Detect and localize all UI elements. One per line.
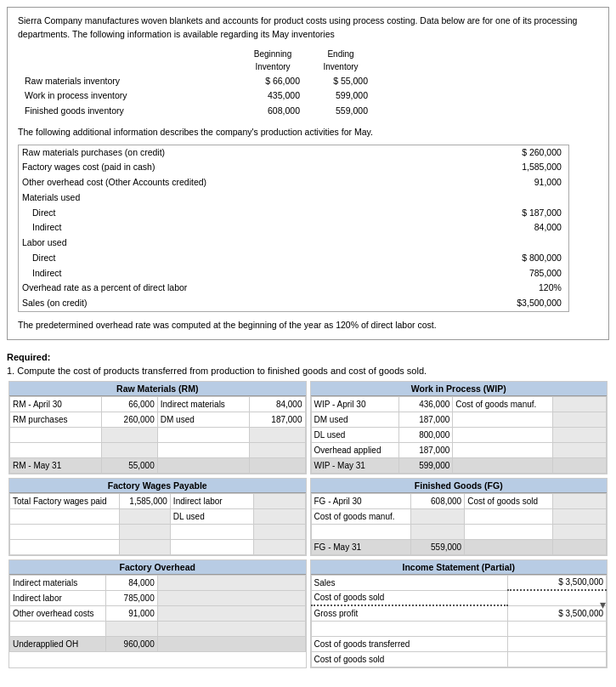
fo-row-3-label: Other overhead costs <box>10 605 106 621</box>
wip-dr-4-label: Overhead applied <box>311 442 399 457</box>
additional-info-label: The following additional information des… <box>18 126 598 139</box>
fg-cr-4-num <box>552 539 606 554</box>
fg-cr-3-label <box>465 524 553 539</box>
fw-dr-1-label: Total Factory wages paid <box>10 493 120 508</box>
wip-dr-2-label: DM used <box>311 412 399 427</box>
fg-cr-2-label <box>465 508 553 524</box>
wip-dr-4-num: 187,000 <box>399 442 453 457</box>
rm-cr-4-label <box>157 442 249 457</box>
is-table: Sales $ 3,500,000 Cost of goods sold ▾ G… <box>311 575 608 667</box>
wip-table: WIP - April 30 436,000 Cost of goods man… <box>311 396 608 474</box>
fw-title: Factory Wages Payable <box>9 479 306 493</box>
rm-cr-2-label: DM used <box>157 412 249 427</box>
is-sales-value: $ 3,500,000 <box>508 575 607 590</box>
required-label: Required: <box>7 352 609 362</box>
fo-row-2-num: 785,000 <box>106 590 158 605</box>
is-empty-1 <box>311 621 508 636</box>
rm-dr-5-num: 55,000 <box>101 457 157 473</box>
fg-dr-2-label: Cost of goods manuf. <box>311 508 410 524</box>
is-title: Income Statement (Partial) <box>311 560 608 575</box>
question-1: 1. Compute the cost of products transfer… <box>7 366 609 376</box>
inventory-table: BeginningInventory EndingInventory Raw m… <box>18 47 375 119</box>
fg-dr-3-num <box>410 524 464 539</box>
rm-cr-2-num: 187,000 <box>249 412 305 427</box>
wip-dr-5-num: 599,000 <box>399 457 453 473</box>
rm-title: Raw Materials (RM) <box>9 382 306 396</box>
fo-row-5-num: 960,000 <box>106 636 158 651</box>
is-gp-label: Gross profit <box>311 605 508 621</box>
fw-dr-3-label <box>10 524 120 539</box>
fg-dr-1-label: FG - April 30 <box>311 493 410 508</box>
fg-cr-3-num <box>552 524 606 539</box>
fw-dr-2-label <box>10 508 120 524</box>
rm-dr-4-num <box>101 442 157 457</box>
fg-dr-4-label: FG - May 31 <box>311 539 410 554</box>
fw-dr-4-label <box>10 539 120 554</box>
inv-row-1-label: Raw materials inventory <box>18 74 239 89</box>
wip-cr-1-label: Cost of goods manuf. <box>453 396 552 412</box>
is-empty-1-val <box>508 621 607 636</box>
rm-cr-4-num <box>249 442 305 457</box>
rm-cr-1-label: Indirect materials <box>157 396 249 412</box>
fw-cr-1-num <box>254 493 305 508</box>
rm-dr-1-num: 66,000 <box>101 396 157 412</box>
additional-table: Raw materials purchases (on credit)$ 260… <box>18 145 569 312</box>
inv-row-2-label: Work in process inventory <box>18 88 239 104</box>
inv-row-2-begin: 435,000 <box>239 88 307 104</box>
fw-dr-1-num: 1,585,000 <box>119 493 170 508</box>
rm-dr-3-num <box>101 427 157 442</box>
is-cogs-value: ▾ <box>508 590 607 605</box>
rm-dr-2-num: 260,000 <box>101 412 157 427</box>
fg-dr-1-num: 608,000 <box>410 493 464 508</box>
is-gp-value: $ 3,500,000 <box>508 605 607 621</box>
rm-dr-1-label: RM - April 30 <box>10 396 102 412</box>
income-statement-ledger: Income Statement (Partial) Sales $ 3,500… <box>310 559 608 668</box>
rm-cr-5-label <box>157 457 249 473</box>
fo-cr-5 <box>157 636 305 651</box>
rm-cr-3-label <box>157 427 249 442</box>
finished-goods-ledger: Finished Goods (FG) FG - April 30 608,00… <box>310 478 608 556</box>
fw-cr-2-label: DL used <box>170 508 253 524</box>
wip-dr-3-num: 800,000 <box>399 427 453 442</box>
is-cogs2-val <box>508 651 607 667</box>
is-cogs-label: Cost of goods sold <box>311 590 508 605</box>
intro-section: Sierra Company manufactures woven blanke… <box>7 7 609 340</box>
inv-row-3-label: Finished goods inventory <box>18 104 239 119</box>
fo-cr-4 <box>157 621 305 636</box>
wip-cr-5-label <box>453 457 552 473</box>
rm-cr-1-num: 84,000 <box>249 396 305 412</box>
fw-cr-4-num <box>254 539 305 554</box>
fg-cr-1-num <box>552 493 606 508</box>
is-cgt-label: Cost of goods transferred <box>311 636 508 651</box>
overhead-note: The predetermined overhead rate was comp… <box>18 319 598 332</box>
fo-cr-2 <box>157 590 305 605</box>
wip-ledger: Work in Process (WIP) WIP - April 30 436… <box>310 381 608 474</box>
wip-cr-2-label <box>453 412 552 427</box>
rm-cr-3-num <box>249 427 305 442</box>
wip-dr-2-num: 187,000 <box>399 412 453 427</box>
fg-cr-1-label: Cost of goods sold <box>465 493 553 508</box>
rm-dr-2-label: RM purchases <box>10 412 102 427</box>
fo-row-1-num: 84,000 <box>106 575 158 590</box>
fg-title: Finished Goods (FG) <box>311 479 608 493</box>
rm-dr-5-label: RM - May 31 <box>10 457 102 473</box>
inv-row-1-end: $ 55,000 <box>307 74 375 89</box>
wip-dr-1-label: WIP - April 30 <box>311 396 399 412</box>
inv-row-1-begin: $ 66,000 <box>239 74 307 89</box>
required-section: Required: 1. Compute the cost of product… <box>0 347 616 376</box>
rm-table: RM - April 30 66,000 Indirect materials … <box>9 396 306 474</box>
fo-table: Indirect materials 84,000 Indirect labor… <box>9 575 306 652</box>
fg-dr-2-num <box>410 508 464 524</box>
fw-cr-2-num <box>254 508 305 524</box>
fo-row-3-num: 91,000 <box>106 605 158 621</box>
fw-dr-3-num <box>119 524 170 539</box>
rm-cr-5-num <box>249 457 305 473</box>
fo-cr-3 <box>157 605 305 621</box>
intro-text: Sierra Company manufactures woven blanke… <box>18 14 598 42</box>
rm-dr-4-label <box>10 442 102 457</box>
fo-cr-1 <box>157 575 305 590</box>
fw-cr-3-num <box>254 524 305 539</box>
fw-cr-3-label <box>170 524 253 539</box>
ledger-area: Raw Materials (RM) RM - April 30 66,000 … <box>7 379 609 670</box>
wip-cr-3-label <box>453 427 552 442</box>
